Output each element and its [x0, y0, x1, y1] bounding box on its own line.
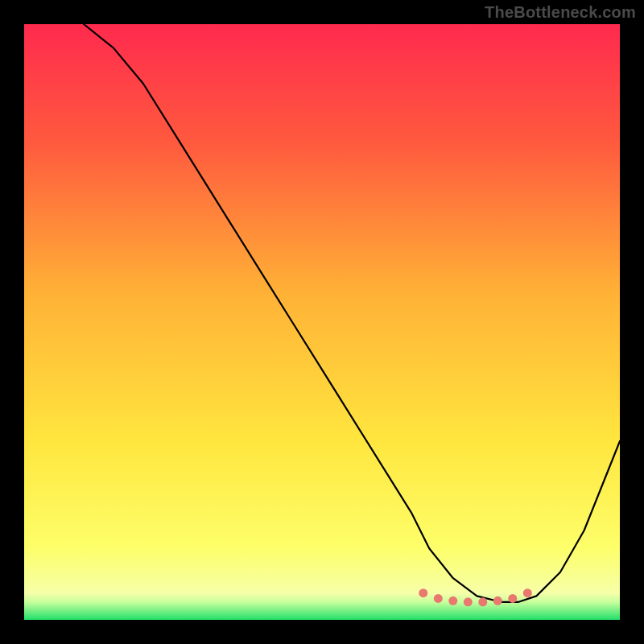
watermark-label: TheBottleneck.com — [485, 3, 636, 22]
plot-area — [24, 24, 620, 620]
figure-root: TheBottleneck.com — [0, 0, 644, 644]
gradient-background — [24, 24, 620, 620]
